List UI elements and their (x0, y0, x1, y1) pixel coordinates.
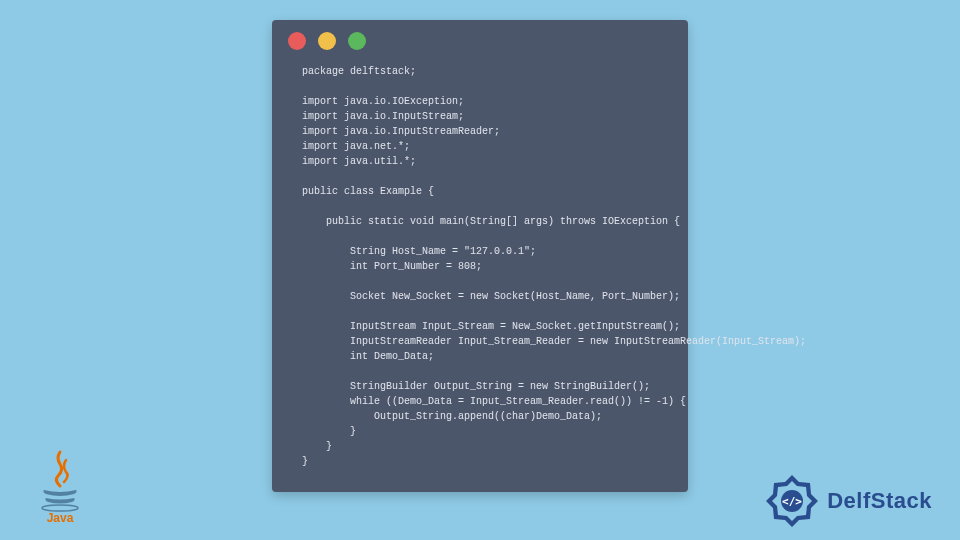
delftstack-logo: </> DelfStack (763, 472, 932, 530)
maximize-icon (348, 32, 366, 50)
svg-text:Java: Java (47, 511, 74, 524)
code-window: package delftstack; import java.io.IOExc… (272, 20, 688, 492)
code-content: package delftstack; import java.io.IOExc… (272, 56, 688, 489)
close-icon (288, 32, 306, 50)
delftstack-emblem-icon: </> (763, 472, 821, 530)
delftstack-label: DelfStack (827, 488, 932, 514)
svg-text:</>: </> (782, 495, 802, 508)
java-logo: Java (30, 444, 90, 524)
minimize-icon (318, 32, 336, 50)
window-controls (272, 20, 688, 56)
